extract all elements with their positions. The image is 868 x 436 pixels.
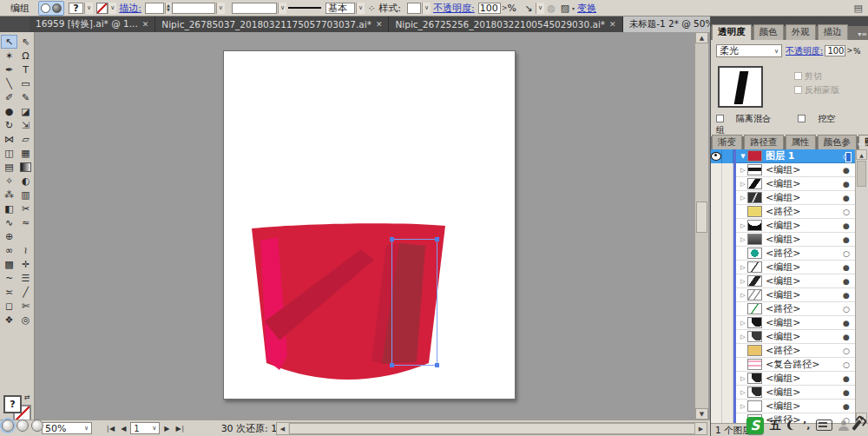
target-icon[interactable]: ● [839, 277, 853, 286]
screen-mode-normal-icon[interactable] [2, 419, 14, 432]
transform-link[interactable]: 变换 [577, 2, 596, 15]
artboard-number-select[interactable]: 1 ∨ [130, 422, 160, 434]
panel-tab-2[interactable]: 外观 [786, 24, 816, 40]
layer-item-16[interactable]: ▷<编组>● [711, 386, 868, 400]
lock-toggle[interactable] [722, 400, 733, 413]
visibility-toggle[interactable] [711, 261, 722, 274]
screen-mode-full-icon[interactable] [31, 419, 43, 432]
layer-name[interactable]: <编组> [766, 233, 839, 246]
align-icon[interactable]: ▨ [558, 2, 572, 15]
lock-toggle[interactable] [722, 247, 733, 261]
artboard-tool[interactable]: ◧ [1, 201, 17, 215]
fill-swatch[interactable]: ? [69, 3, 83, 14]
variable-width-chevron-icon[interactable]: ∨ [278, 3, 286, 14]
target-icon[interactable]: ● [839, 221, 853, 230]
target-icon[interactable]: ● [839, 180, 853, 188]
layer-item-11[interactable]: ▷<编组>● [711, 316, 868, 330]
style-select[interactable] [407, 3, 421, 14]
layer-name[interactable]: <编组> [766, 288, 839, 301]
touch-type-tool[interactable]: ⊕ [1, 229, 17, 243]
layers-scroll-up-icon[interactable]: ▲ [856, 149, 867, 160]
expand-triangle-icon[interactable]: ▷ [739, 375, 747, 382]
ime-logo-icon[interactable]: S [746, 417, 764, 434]
eyedropper-tool[interactable]: ✧ [1, 174, 17, 188]
lock-toggle[interactable] [722, 302, 733, 316]
visibility-toggle[interactable] [711, 400, 722, 413]
brush-definition-select[interactable]: 基本 [326, 3, 355, 14]
layer-name[interactable]: <编组> [766, 261, 839, 274]
appearance-normal-icon[interactable] [41, 3, 50, 13]
curvature-tool[interactable]: ∿ [1, 215, 17, 229]
target-icon[interactable]: ○ [839, 305, 853, 314]
layer-item-13[interactable]: <路径>○ [711, 344, 868, 358]
document-tab-0[interactable]: 16959 [转换].ai* @ 1...✕ [30, 17, 155, 32]
path-eraser-tool[interactable]: ~ [1, 271, 17, 285]
panel-opacity-link[interactable]: 不透明度: [786, 45, 823, 57]
opacity-input[interactable]: 100 [478, 3, 501, 14]
layer-item-6[interactable]: <路径>○ [711, 247, 868, 261]
layer-name[interactable]: <编组> [766, 274, 839, 287]
rectangle-tool[interactable]: ▭ [17, 76, 34, 90]
brush-chevron-icon[interactable]: ∨ [356, 3, 365, 14]
expand-triangle-icon[interactable]: ▼ [739, 153, 747, 160]
symbol-sprayer-tool[interactable]: ⁂ [1, 188, 17, 201]
slice-tool[interactable]: ✂ [17, 201, 34, 215]
grid-tool[interactable]: ▩ [1, 257, 17, 271]
hand-tool[interactable]: ❖ [1, 313, 17, 327]
layer-name[interactable]: <复合路径> [766, 358, 839, 371]
scale-tool[interactable]: ⇲ [17, 118, 34, 132]
lock-toggle[interactable] [722, 344, 733, 358]
shape-builder-tool[interactable]: ◫ [1, 146, 17, 160]
invert-mask-checkbox[interactable]: 反相蒙版 [794, 83, 839, 97]
panel-lower-tab-2[interactable]: 属性 [786, 135, 816, 150]
target-icon[interactable]: ● [839, 194, 853, 202]
layer-name[interactable]: <路径> [766, 205, 839, 218]
lock-toggle[interactable] [722, 316, 733, 330]
layer-name[interactable]: <编组> [766, 330, 839, 343]
select-similar-icon[interactable]: ↘ [522, 2, 536, 15]
layer-name[interactable]: <编组> [766, 219, 839, 232]
lock-toggle[interactable] [722, 219, 733, 233]
measure-tool[interactable]: ≍ [1, 285, 17, 299]
target-icon[interactable]: ● [839, 319, 853, 327]
expand-triangle-icon[interactable]: ▷ [739, 181, 747, 188]
screen-mode-menubar-icon[interactable] [16, 419, 29, 432]
scroll-up-icon[interactable]: ▲ [695, 32, 708, 43]
ime-punctuation-label[interactable]: ’, [803, 419, 810, 431]
lock-toggle[interactable] [722, 386, 733, 400]
isolate-blending-checkbox[interactable]: 隔离混合 [716, 114, 783, 123]
visibility-toggle[interactable] [711, 330, 722, 344]
blend-tool[interactable]: ◐ [17, 174, 34, 188]
visibility-toggle[interactable] [711, 163, 722, 177]
layer-item-7[interactable]: ▷<编组>● [711, 261, 868, 274]
scissors-tool[interactable]: ✄ [17, 299, 34, 313]
expand-triangle-icon[interactable]: ▷ [739, 334, 747, 340]
fill-color-box[interactable]: ? [3, 395, 22, 413]
layer-item-2[interactable]: ▷<编组>● [711, 191, 868, 205]
panel-lower-tab-0[interactable]: 渐变 [712, 135, 742, 150]
lock-toggle[interactable] [722, 330, 733, 344]
lock-toggle[interactable] [722, 191, 733, 205]
panel-opacity-input[interactable]: 100 [825, 45, 845, 56]
expand-triangle-icon[interactable]: ▷ [739, 278, 747, 285]
layer-item-5[interactable]: ▷<编组>● [711, 233, 868, 247]
panel-tab-3[interactable]: 描边 [818, 24, 848, 40]
target-icon[interactable]: ● [839, 291, 853, 300]
fill-chevron-icon[interactable]: ∨ [84, 3, 93, 14]
layer-item-8[interactable]: ▷<编组>● [711, 274, 868, 288]
visibility-toggle[interactable] [711, 372, 722, 386]
expand-triangle-icon[interactable]: ▷ [739, 292, 747, 299]
expand-triangle-icon[interactable]: ▷ [739, 195, 747, 201]
expand-triangle-icon[interactable]: ▷ [739, 264, 747, 271]
visibility-toggle[interactable] [711, 177, 722, 191]
visibility-toggle[interactable] [711, 247, 722, 261]
layer-name[interactable]: <编组> [766, 177, 839, 190]
target-icon[interactable]: ● [839, 402, 853, 411]
ime-wubi-label[interactable]: 五 [770, 418, 781, 433]
visibility-toggle[interactable] [711, 191, 722, 205]
lasso-tool[interactable]: Ω [17, 49, 34, 63]
visibility-toggle[interactable] [711, 233, 722, 247]
visibility-toggle[interactable] [711, 205, 722, 219]
wrinkle-tool[interactable]: ≀ [17, 243, 34, 257]
tab-close-icon[interactable]: ✕ [142, 20, 149, 29]
